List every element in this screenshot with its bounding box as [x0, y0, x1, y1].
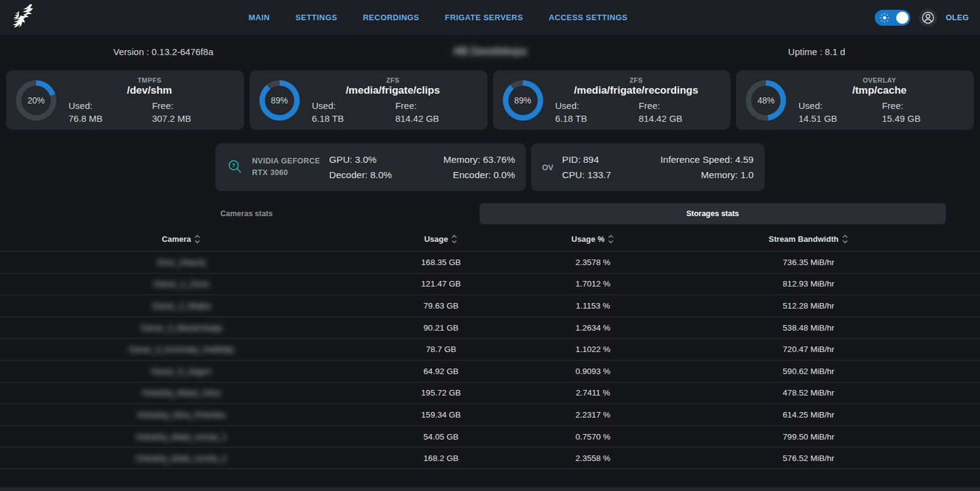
usage-cell: 79.63 GB [363, 301, 519, 310]
nav-settings[interactable]: SETTINGS [295, 13, 337, 22]
sort-arrows-icon [194, 234, 201, 244]
gpu-encoder-stat: Encoder: 0.0% [422, 170, 515, 181]
used-value: 6.18 TB [555, 113, 634, 124]
camera-name-blurred: Garaz_1_Zona [0, 279, 363, 288]
used-value: 6.18 TB [312, 113, 390, 124]
nav-access-settings[interactable]: ACCESS SETTINGS [549, 13, 628, 22]
usage-cell: 121.47 GB [363, 279, 519, 288]
detector-stats-card: OV PID: 894 Inference Speed: 4.59 CPU: 1… [531, 143, 765, 191]
nav-main[interactable]: MAIN [248, 13, 270, 22]
free-value: 307.2 MB [152, 113, 230, 124]
usage-percent-cell: 2.3558 % [519, 454, 666, 463]
sort-arrows-icon [451, 234, 458, 244]
storage-card-clips: 89% ZFS /media/frigate/clips Used: 6.18 … [250, 70, 488, 130]
nav-recordings[interactable]: RECORDINGS [363, 13, 419, 22]
tab-storages-stats[interactable]: Storages stats [480, 203, 946, 224]
fs-path-label: /media/frigate/recordings [552, 84, 721, 97]
donut-percent-label: 89% [508, 86, 538, 115]
tab-cameras-stats[interactable]: Cameras stats [13, 203, 480, 224]
usage-cell: 64.92 GB [363, 367, 519, 376]
fs-type-label: OVERLAY [795, 77, 964, 84]
usage-cell: 54.05 GB [363, 432, 519, 441]
camera-name-blurred: Garaz_5_Zagon [0, 367, 363, 376]
usage-percent-cell: 2.3578 % [519, 258, 666, 267]
storage-card-recordings: 89% ZFS /media/frigate/recordings Used: … [493, 70, 731, 130]
table-header: Camera Usage Usage % Stream Bandwidth [0, 227, 980, 251]
table-row: Holodnij_Sklad_Ulica195.72 GB2.7411 %478… [0, 382, 980, 404]
table-row: Garaz_1_Zona121.47 GB1.7012 %812.93 MiB/… [0, 273, 980, 295]
detector-name-label: OV [542, 163, 554, 172]
usage-cell: 168.35 GB [363, 258, 519, 267]
donut-percent-label: 89% [265, 86, 294, 115]
fs-type-label: ZFS [552, 77, 721, 84]
bandwidth-cell: 576.52 MiB/hr [666, 454, 951, 463]
camera-name-blurred: Holodnij_Ulica_Priemka [0, 410, 363, 419]
camera-name-blurred: Garaz_4_Komnata_Voditelja [0, 345, 363, 354]
storages-stats-table: Camera Usage Usage % Stream Bandwidth Dv… [0, 227, 980, 469]
usage-donut-chart: 48% [746, 80, 786, 121]
table-row: Holodnij_sklad_vorota_2168.2 GB2.3558 %5… [0, 447, 980, 469]
svg-text:?: ? [232, 162, 236, 168]
usage-cell: 159.34 GB [363, 410, 519, 419]
usage-percent-cell: 1.1153 % [519, 301, 666, 310]
bandwidth-cell: 512.28 MiB/hr [666, 301, 951, 310]
column-header-camera[interactable]: Camera [0, 234, 363, 244]
table-row: Garaz_2_Mojka79.63 GB1.1153 %512.28 MiB/… [0, 294, 980, 317]
used-value: 14.51 GB [798, 113, 877, 124]
detector-cpu-stat: CPU: 133.7 [562, 170, 658, 181]
user-menu-button[interactable] [919, 9, 937, 27]
free-value: 814.42 GB [395, 113, 473, 124]
camera-name-blurred: Dvor_Glavnij [0, 258, 363, 267]
magnifier-question-icon: ? [226, 159, 243, 176]
sort-arrows-icon [842, 234, 848, 244]
free-label: Free: [395, 100, 473, 111]
version-label: Version : 0.13.2-6476f8a [0, 47, 327, 57]
bandwidth-cell: 590.62 MiB/hr [666, 367, 951, 376]
donut-percent-label: 20% [21, 86, 51, 115]
used-label: Used: [555, 100, 634, 111]
main-navigation: MAIN SETTINGS RECORDINGS FRIGATE SERVERS… [248, 13, 628, 22]
gpu-stats-card: ? NVIDIA GEFORCE RTX 3060 GPU: 3.0% Memo… [215, 143, 526, 191]
usage-percent-cell: 1.2634 % [519, 323, 666, 332]
gpu-decoder-stat: Decoder: 8.0% [329, 170, 422, 181]
nav-frigate-servers[interactable]: FRIGATE SERVERS [445, 13, 523, 22]
fs-path-label: /media/frigate/clips [308, 84, 478, 97]
bandwidth-cell: 478.52 MiB/hr [666, 388, 951, 397]
free-value: 15.49 GB [882, 113, 960, 124]
usage-percent-cell: 2.7411 % [519, 388, 666, 397]
info-bar: Version : 0.13.2-6476f8a AB Zavodskaya U… [0, 35, 980, 68]
theme-toggle[interactable] [875, 10, 910, 26]
uptime-label: Uptime : 8.1 d [653, 47, 980, 57]
camera-name-blurred: Holodnij_sklad_vorota_2 [0, 454, 363, 463]
table-row: Garaz_4_Komnata_Voditelja78.7 GB1.1022 %… [0, 338, 980, 360]
username-label[interactable]: OLEG [946, 13, 969, 22]
camera-name-blurred: Holodnij_Sklad_Ulica [0, 388, 363, 397]
fs-path-label: /tmp/cache [795, 84, 964, 97]
top-navbar: MAIN SETTINGS RECORDINGS FRIGATE SERVERS… [0, 0, 980, 35]
bandwidth-cell: 812.93 MiB/hr [666, 279, 951, 288]
usage-cell: 78.7 GB [363, 345, 519, 354]
column-label: Camera [162, 234, 191, 244]
gpu-usage-stat: GPU: 3.0% [329, 154, 422, 165]
column-label: Usage % [571, 234, 604, 244]
column-label: Stream Bandwidth [769, 234, 839, 244]
camera-name-blurred: Holodnij_sklad_vorota_1 [0, 432, 363, 441]
table-row: Garaz_5_Zagon64.92 GB0.9093 %590.62 MiB/… [0, 360, 980, 382]
free-label: Free: [882, 100, 960, 111]
fs-type-label: ZFS [308, 77, 478, 84]
camera-name-blurred: Garaz_2_Mojka [0, 301, 363, 310]
table-body: Dvor_Glavnij168.35 GB2.3578 %736.35 MiB/… [0, 251, 980, 469]
server-title-blurred: AB Zavodskaya [453, 46, 526, 56]
column-header-bandwidth[interactable]: Stream Bandwidth [666, 234, 951, 244]
column-label: Usage [424, 234, 448, 244]
bandwidth-cell: 799.50 MiB/hr [666, 432, 951, 441]
fs-type-label: TMPFS [65, 77, 234, 84]
bandwidth-cell: 538.48 MiB/hr [666, 323, 951, 332]
usage-donut-chart: 89% [259, 80, 300, 121]
usage-cell: 195.72 GB [363, 388, 519, 397]
column-header-usage-percent[interactable]: Usage % [519, 234, 666, 244]
detector-memory-stat: Memory: 1.0 [658, 170, 754, 181]
navbar-right-controls: OLEG [875, 9, 969, 27]
column-header-usage[interactable]: Usage [363, 234, 519, 244]
sort-arrows-icon [607, 234, 614, 244]
